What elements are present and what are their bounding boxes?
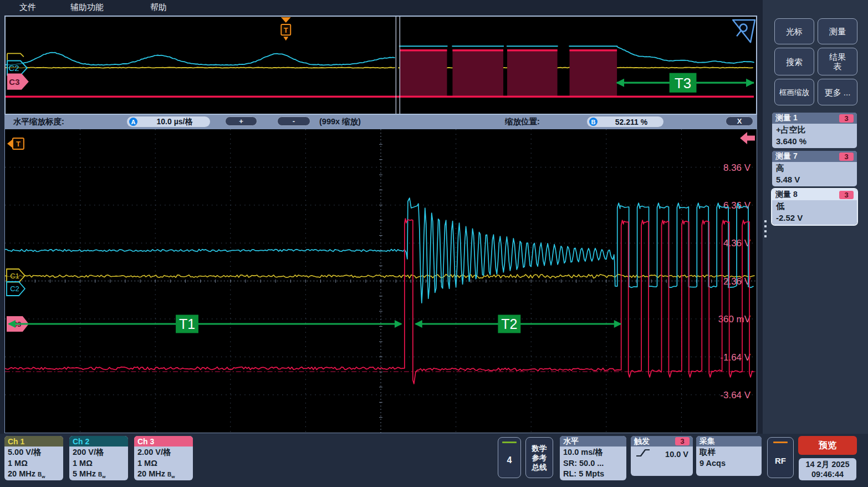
cursors-button[interactable]: 光标 xyxy=(774,18,814,44)
trigger-position-marker[interactable] xyxy=(7,139,13,148)
zoom-scale-label: 水平缩放标度: xyxy=(13,115,64,129)
overview-ch2 xyxy=(617,47,754,63)
date-time-display: 14 2月 2025 09:46:44 xyxy=(799,458,856,480)
overview-burst-block xyxy=(569,49,617,96)
measurement-source-badge: 3 xyxy=(839,114,854,123)
overview-burst-block xyxy=(452,49,503,96)
overview-ch2 xyxy=(6,53,395,65)
zoom-scale-value[interactable]: A 10.0 µs/格 xyxy=(127,116,210,127)
measurement-value: -2.52 V xyxy=(776,212,853,224)
scale-label: -1.64 V xyxy=(720,352,750,363)
horizontal-title: 水平 xyxy=(560,436,626,447)
trigger-level-value: 10.0 V xyxy=(654,450,688,459)
measurement-source-badge: 3 xyxy=(839,153,854,161)
knob-a-badge: A xyxy=(129,118,137,126)
zoom-waveform-view[interactable]: 8.36 V6.36 V4.36 V2.36 V360 mV-1.64 V-3.… xyxy=(4,129,757,433)
channel-3-badge[interactable]: Ch 3 2.00 V/格 1 MΩ 20 MHz Bw xyxy=(134,436,193,480)
waveform-overview[interactable]: TT3C2C3 xyxy=(4,16,757,115)
svg-text:C2: C2 xyxy=(8,63,19,72)
menu-help[interactable]: 帮助 xyxy=(150,2,167,13)
channel-2-badge[interactable]: Ch 2 200 V/格 1 MΩ 5 MHz Bw xyxy=(69,436,128,480)
panel-drag-handle[interactable] xyxy=(764,220,767,240)
measurement-value: 3.640 % xyxy=(776,135,853,147)
channel-3-name: Ch 3 xyxy=(134,436,193,447)
waveform-ch1 xyxy=(5,275,754,278)
ch3-scale: 2.00 V/格 xyxy=(137,447,190,458)
svg-text:C3: C3 xyxy=(9,77,19,87)
overview-burst-block xyxy=(400,49,447,96)
channel-2-name: Ch 2 xyxy=(69,436,128,447)
measurement-title: 测量 8 xyxy=(775,190,798,200)
svg-text:T1: T1 xyxy=(179,316,195,332)
zoom-position-value[interactable]: B 52.211 % xyxy=(587,116,663,127)
measurement-badge-1[interactable]: 测量 1 3 +占空比 3.640 % xyxy=(772,113,857,148)
svg-text:C1: C1 xyxy=(10,272,19,280)
zoom-control-bar: 水平缩放标度: A 10.0 µs/格 + - (999x 缩放) 缩放位置: … xyxy=(4,115,757,129)
measure-button[interactable]: 测量 xyxy=(818,18,857,44)
preview-status-button[interactable]: 预览 xyxy=(798,436,857,455)
acquisition-badge[interactable]: 采集 取样 9 Acqs xyxy=(696,436,762,476)
measurement-value: 5.48 V xyxy=(776,174,853,185)
measurement-title: 测量 7 xyxy=(775,151,798,161)
measurement-source-badge: 3 xyxy=(839,191,854,199)
oscilloscope-screen: 文件 辅助功能 帮助 Tektronix TT3C2C3 水平缩放标度: A 1… xyxy=(0,0,868,487)
rf-badge[interactable]: RF xyxy=(767,437,794,478)
svg-text:C2: C2 xyxy=(10,285,19,293)
ch1-impedance: 1 MΩ xyxy=(8,458,60,469)
zoom-out-button[interactable]: - xyxy=(277,116,310,126)
acquisition-mode: 取样 xyxy=(699,447,758,458)
menu-bar: 文件 辅助功能 帮助 xyxy=(0,0,763,15)
ch2-bandwidth: 5 MHz Bw xyxy=(73,469,125,480)
ch1-scale: 5.00 V/格 xyxy=(8,447,60,458)
more-button[interactable]: 更多 ... xyxy=(818,79,857,105)
zoom-position-text: 52.211 % xyxy=(601,118,661,126)
right-sidebar: 光标 测量 搜索 结果 表 框画缩放 更多 ... 测量 1 3 +占空比 3.… xyxy=(763,0,868,434)
measurement-badge-8[interactable]: 测量 8 3 低 -2.52 V xyxy=(772,189,857,225)
trigger-badge[interactable]: 触发 3 10.0 V xyxy=(631,436,693,476)
time: 09:46:44 xyxy=(811,469,844,479)
horizontal-scale: 10.0 ms/格 xyxy=(563,447,623,458)
menu-file[interactable]: 文件 xyxy=(19,2,36,13)
zoom-position-label: 缩放位置: xyxy=(505,115,540,129)
horizontal-record-length: RL: 5 Mpts xyxy=(563,469,623,480)
zoom-factor-label: (999x 缩放) xyxy=(319,115,361,129)
svg-text:T2: T2 xyxy=(501,316,517,332)
rf-label: RF xyxy=(775,443,786,478)
measurement-title: 测量 1 xyxy=(775,113,798,123)
scale-label: -3.64 V xyxy=(720,390,750,400)
bottom-settings-bar: Ch 1 5.00 V/格 1 MΩ 20 MHz Bw Ch 2 200 V/… xyxy=(0,434,868,487)
scale-label: 8.36 V xyxy=(723,163,751,173)
math-ref-bus-button[interactable]: 数学 参考 总线 xyxy=(525,437,553,478)
measurement-name: +占空比 xyxy=(776,124,853,135)
measurement-badge-7[interactable]: 测量 7 3 高 5.48 V xyxy=(772,151,857,186)
svg-text:T: T xyxy=(16,140,21,148)
svg-text:T3: T3 xyxy=(675,75,691,92)
scale-label: 360 mV xyxy=(718,314,751,324)
acquisition-count: 9 Acqs xyxy=(699,458,758,469)
horizontal-badge[interactable]: 水平 10.0 ms/格 SR: 50.0 ... RL: 5 Mpts xyxy=(560,436,626,480)
date: 14 2月 2025 xyxy=(805,459,849,469)
knob-b-badge: B xyxy=(589,118,598,126)
ch2-scale: 200 V/格 xyxy=(73,447,125,458)
digital-channel-badge[interactable]: 4 xyxy=(498,437,521,478)
overview-trigger-marker[interactable] xyxy=(281,17,291,23)
menu-utility[interactable]: 辅助功能 xyxy=(70,2,104,13)
channel-1-badge[interactable]: Ch 1 5.00 V/格 1 MΩ 20 MHz Bw xyxy=(4,436,63,480)
trigger-title: 触发 xyxy=(634,437,650,447)
overview-burst-block xyxy=(507,49,558,96)
overview-c1-label-partial xyxy=(7,53,24,60)
svg-text:T: T xyxy=(284,26,288,34)
trigger-level-marker[interactable] xyxy=(740,132,755,144)
waveform-ch3 xyxy=(5,219,753,384)
zoom-scale-text: 10.0 µs/格 xyxy=(141,117,208,127)
zoom-in-button[interactable]: + xyxy=(225,116,257,126)
measurement-name: 高 xyxy=(776,162,853,174)
zoom-close-button[interactable]: X xyxy=(726,116,753,126)
results-table-button[interactable]: 结果 表 xyxy=(818,48,857,75)
draw-box-zoom-button[interactable]: 框画缩放 xyxy=(774,79,814,105)
ch2-impedance: 1 MΩ xyxy=(73,458,125,469)
ch1-bandwidth: 20 MHz Bw xyxy=(8,469,60,480)
horizontal-sample-rate: SR: 50.0 ... xyxy=(563,458,623,469)
search-button[interactable]: 搜索 xyxy=(774,48,814,75)
digital-channel-number: 4 xyxy=(507,443,512,478)
